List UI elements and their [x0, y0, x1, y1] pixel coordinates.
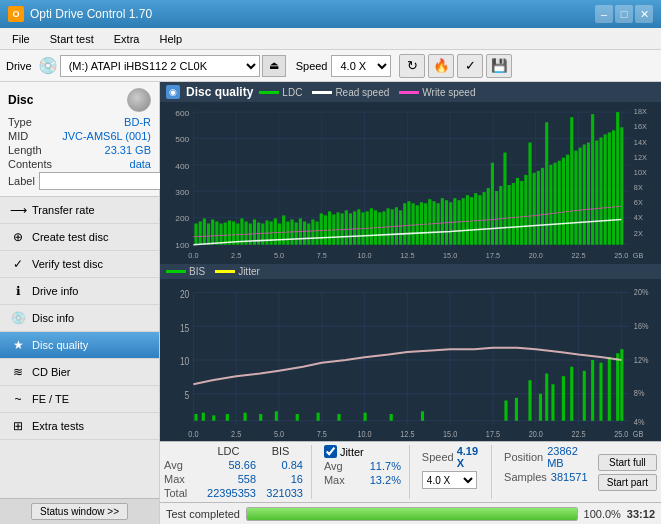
save-button[interactable]: 💾	[486, 54, 512, 78]
svg-text:20.0: 20.0	[529, 251, 543, 260]
jitter-checkbox[interactable]	[324, 445, 337, 458]
svg-rect-101	[428, 199, 431, 245]
sidebar-item-transfer-rate[interactable]: ⟶ Transfer rate	[0, 197, 159, 224]
jitter-max-row: Max 13.2%	[324, 474, 401, 486]
svg-text:16X: 16X	[634, 122, 647, 131]
ldc-bis-table: LDC BIS Avg 58.66 0.84 Max 558 16 Tota	[164, 445, 303, 499]
disc-icon	[127, 88, 151, 112]
sidebar-item-cd-bier[interactable]: ≋ CD Bier	[0, 359, 159, 386]
svg-rect-96	[407, 201, 410, 245]
sidebar-item-create-test-disc[interactable]: ⊕ Create test disc	[0, 224, 159, 251]
legend-ldc-label: LDC	[282, 87, 302, 98]
disc-length-label: Length	[8, 144, 42, 156]
svg-text:200: 200	[175, 215, 189, 224]
action-buttons: Start full Start part	[598, 445, 657, 499]
sidebar-item-disc-info[interactable]: 💿 Disc info	[0, 305, 159, 332]
svg-rect-202	[539, 394, 542, 421]
svg-rect-99	[420, 202, 423, 245]
svg-rect-106	[449, 202, 452, 245]
sidebar-item-extra-tests[interactable]: ⊞ Extra tests	[0, 413, 159, 440]
eject-button[interactable]: ⏏	[262, 55, 286, 77]
svg-rect-139	[587, 143, 590, 245]
svg-rect-64	[274, 218, 277, 244]
position-label: Position	[504, 451, 543, 463]
svg-rect-48	[207, 224, 210, 245]
total-bis: 321033	[258, 487, 303, 499]
start-full-button[interactable]: Start full	[598, 454, 657, 471]
sidebar-item-label-fe-te: FE / TE	[32, 393, 69, 405]
svg-rect-134	[566, 155, 569, 245]
chart-legend: LDC Read speed Write speed	[259, 87, 475, 98]
svg-text:GB: GB	[633, 428, 644, 439]
menu-start-test[interactable]: Start test	[42, 31, 102, 47]
svg-rect-65	[278, 224, 281, 245]
sidebar-item-disc-quality[interactable]: ★ Disc quality	[0, 332, 159, 359]
svg-rect-49	[211, 219, 214, 244]
chart-header: ◉ Disc quality LDC Read speed Write spee…	[160, 82, 661, 102]
svg-text:18X: 18X	[634, 107, 647, 116]
speed-col: Speed 4.19 X 4.0 X 8.0 X 12.0 X	[422, 445, 483, 499]
svg-text:22.5: 22.5	[571, 428, 585, 439]
menu-help[interactable]: Help	[151, 31, 190, 47]
svg-text:0.0: 0.0	[188, 251, 198, 260]
svg-text:500: 500	[175, 136, 189, 145]
status-text: Test completed	[166, 508, 240, 520]
svg-rect-47	[203, 218, 206, 244]
sidebar-item-verify-test-disc[interactable]: ✓ Verify test disc	[0, 251, 159, 278]
legend-jitter-color	[215, 270, 235, 273]
svg-rect-196	[364, 413, 367, 421]
svg-text:20: 20	[180, 288, 189, 300]
svg-text:12.5: 12.5	[400, 251, 414, 260]
svg-text:14X: 14X	[634, 138, 647, 147]
disc-contents-row: Contents data	[8, 158, 151, 170]
samples-value: 381571	[551, 471, 588, 483]
minimize-button[interactable]: –	[595, 5, 613, 23]
sidebar-item-fe-te[interactable]: ~ FE / TE	[0, 386, 159, 413]
svg-rect-114	[483, 192, 486, 245]
svg-rect-97	[412, 203, 415, 245]
svg-rect-115	[487, 188, 490, 245]
svg-text:10.0: 10.0	[357, 251, 371, 260]
avg-bis: 0.84	[258, 459, 303, 471]
svg-rect-126	[533, 173, 536, 245]
sidebar: Disc Type BD-R MID JVC-AMS6L (001) Lengt…	[0, 82, 160, 524]
main-layout: Disc Type BD-R MID JVC-AMS6L (001) Lengt…	[0, 82, 661, 524]
cd-bier-icon: ≋	[10, 364, 26, 380]
svg-rect-131	[553, 163, 556, 245]
total-ldc: 22395353	[201, 487, 256, 499]
status-progress-fill	[247, 508, 577, 520]
svg-rect-208	[591, 360, 594, 421]
refresh-button[interactable]: ↻	[399, 54, 425, 78]
svg-rect-132	[558, 161, 561, 245]
disc-label-input[interactable]	[39, 172, 172, 190]
svg-text:17.5: 17.5	[486, 251, 500, 260]
burn-button[interactable]: 🔥	[428, 54, 454, 78]
sidebar-item-label-create-test-disc: Create test disc	[32, 231, 108, 243]
svg-text:15: 15	[180, 322, 189, 334]
sidebar-item-label-disc-quality: Disc quality	[32, 339, 88, 351]
svg-rect-123	[520, 181, 523, 245]
svg-rect-210	[608, 357, 611, 420]
status-window-button[interactable]: Status window >>	[31, 503, 128, 520]
svg-text:4X: 4X	[634, 214, 643, 223]
menu-extra[interactable]: Extra	[106, 31, 148, 47]
svg-text:400: 400	[175, 162, 189, 171]
svg-rect-124	[524, 175, 527, 245]
close-button[interactable]: ✕	[635, 5, 653, 23]
speed-select-box[interactable]: 4.0 X 8.0 X 12.0 X	[422, 471, 477, 489]
sidebar-item-drive-info[interactable]: ℹ Drive info	[0, 278, 159, 305]
drive-select[interactable]: ​(M:) ATAPI iHBS112 2 CL0K	[60, 55, 260, 77]
total-row: Total 22395353 321033	[164, 487, 303, 499]
menu-file[interactable]: File	[4, 31, 38, 47]
check-button[interactable]: ✓	[457, 54, 483, 78]
jitter-avg-val: 11.7%	[356, 460, 401, 472]
bis-header: BIS	[258, 445, 303, 457]
nav-items: ⟶ Transfer rate ⊕ Create test disc ✓ Ver…	[0, 197, 159, 498]
svg-rect-62	[265, 220, 268, 244]
jitter-avg-label: Avg	[324, 460, 354, 472]
speed-select[interactable]: 4.0 X	[331, 55, 391, 77]
svg-rect-104	[441, 198, 444, 245]
maximize-button[interactable]: □	[615, 5, 633, 23]
start-part-button[interactable]: Start part	[598, 474, 657, 491]
disc-info-panel: Disc Type BD-R MID JVC-AMS6L (001) Lengt…	[0, 82, 159, 197]
